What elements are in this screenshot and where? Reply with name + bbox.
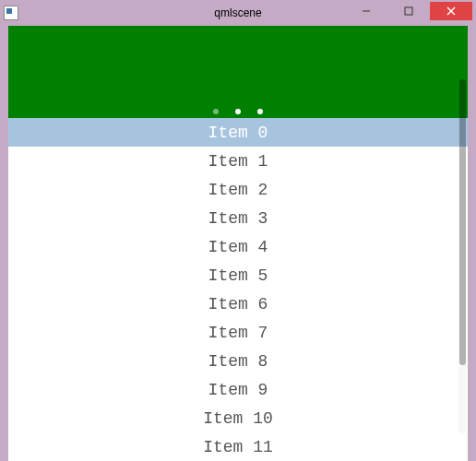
minimize-icon [362,6,371,16]
list-item[interactable]: Item 5 [8,261,468,290]
client-area: Item 0 Item 1 Item 2 Item 3 Item 4 Item … [8,26,468,461]
list-item[interactable]: Item 4 [8,232,468,261]
list-item[interactable]: Item 9 [8,375,468,404]
list-item[interactable]: Item 8 [8,347,468,375]
list-item-label: Item 3 [208,209,268,228]
scrollbar-thumb[interactable] [459,79,466,365]
list-item[interactable]: Item 10 [8,404,468,432]
list-item-label: Item 2 [208,181,268,199]
list-item-label: Item 9 [208,381,268,399]
list-item-label: Item 7 [208,324,268,342]
close-button[interactable] [430,2,472,20]
list-item[interactable]: Item 1 [8,147,468,175]
list-item[interactable]: Item 7 [8,318,468,347]
header-panel[interactable] [8,26,468,118]
page-dot-0[interactable] [213,109,219,114]
minimize-button[interactable] [345,2,387,20]
list-item[interactable]: Item 0 [8,118,468,147]
list-item-label: Item 11 [203,438,273,456]
page-dot-2[interactable] [257,109,263,114]
window-title: qmlscene [214,6,261,19]
svg-rect-1 [405,7,412,15]
list-item[interactable]: Item 2 [8,175,468,204]
window-controls [345,6,472,20]
list-item[interactable]: Item 11 [8,432,468,461]
list-item-label: Item 5 [208,266,268,285]
list-item[interactable]: Item 6 [8,290,468,318]
maximize-button[interactable] [387,2,430,20]
page-indicator[interactable] [213,109,263,114]
list-item-label: Item 6 [208,295,268,313]
list-item-label: Item 10 [203,409,273,428]
list-item[interactable]: Item 3 [8,204,468,232]
list-item-label: Item 8 [208,352,268,371]
close-icon [446,6,456,16]
maximize-icon [404,6,413,16]
app-icon [4,6,18,20]
titlebar[interactable]: qmlscene [0,0,476,26]
list-view[interactable]: Item 0 Item 1 Item 2 Item 3 Item 4 Item … [8,118,468,461]
list-item-label: Item 0 [208,124,268,142]
list-item-label: Item 1 [208,152,268,171]
page-dot-1[interactable] [235,109,241,114]
list-item-label: Item 4 [208,238,268,256]
